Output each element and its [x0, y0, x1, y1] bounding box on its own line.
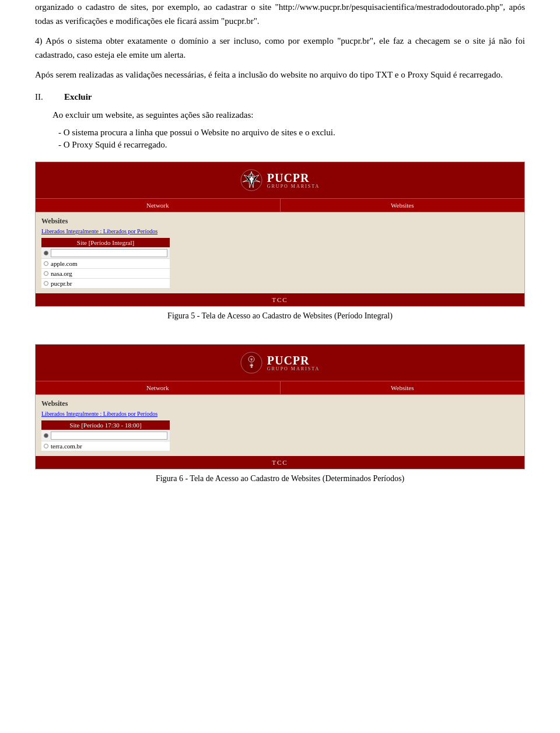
paragraph-2: 4) Após o sistema obter exatamente o dom…: [35, 34, 525, 62]
pucpr-logo-icon: ✟ ⚜: [240, 169, 262, 191]
svg-text:⚜: ⚜: [250, 357, 253, 362]
app-logo: ✟ ⚜ PUCPR GRUPO MARISTA: [240, 169, 320, 191]
paragraph-3: Após serem realizadas as validações nece…: [35, 68, 525, 82]
new-entry-row-6: [41, 430, 170, 441]
app-links-6[interactable]: Liberados Integralmente : Liberados por …: [41, 411, 519, 417]
nav-websites-6[interactable]: Websites: [281, 381, 525, 394]
app-footer: TCC: [36, 293, 524, 306]
figure-5-caption: Figura 5 - Tela de Acesso ao Cadastro de…: [167, 311, 393, 321]
radio-dot-6[interactable]: [44, 444, 48, 448]
app-logo-title: PUCPR: [267, 171, 320, 184]
new-entry-row: [41, 248, 170, 259]
nav-websites[interactable]: Websites: [281, 199, 525, 212]
nav-network-6[interactable]: Network: [36, 381, 281, 394]
table-row: pucpr.br: [41, 279, 170, 289]
app-content: Websites Liberados Integralmente : Liber…: [36, 212, 524, 293]
table-row: nasa.org: [41, 269, 170, 279]
section-title: Excluir: [64, 92, 92, 102]
radio-dot[interactable]: [44, 261, 48, 266]
table-header-row-6: Site [Período 17:30 - 18:00]: [41, 420, 170, 430]
app-logo-6: ⚜ ✟ PUCPR GRUPO MARISTA: [240, 352, 320, 374]
app-links[interactable]: Liberados Integralmente : Liberados por …: [41, 228, 519, 234]
app-footer-6: TCC: [36, 456, 524, 469]
svg-text:✟: ✟: [249, 363, 254, 369]
app-logo-title-6: PUCPR: [267, 354, 320, 367]
figure-5-screenshot: ✟ ⚜ PUCPR GRUPO MARISTA Network Websites…: [35, 162, 525, 307]
app-header: ✟ ⚜ PUCPR GRUPO MARISTA: [36, 162, 524, 198]
table-header-row: Site [Período Integral]: [41, 238, 170, 248]
figure-6-screenshot: ⚜ ✟ PUCPR GRUPO MARISTA Network Websites…: [35, 344, 525, 469]
websites-title-6: Websites: [41, 399, 519, 408]
section-ii-heading: II. Excluir: [35, 92, 525, 102]
section-ii-body: Ao excluir um website, as seguintes açõe…: [35, 108, 525, 150]
list-item: - O sistema procura a linha que possui o…: [58, 128, 525, 138]
figure-5-container: ✟ ⚜ PUCPR GRUPO MARISTA Network Websites…: [35, 162, 525, 332]
app-nav: Network Websites: [36, 198, 524, 212]
new-site-input-6[interactable]: [51, 432, 167, 440]
table-row-6: terra.com.br: [41, 441, 170, 451]
figure-6-container: ⚜ ✟ PUCPR GRUPO MARISTA Network Websites…: [35, 344, 525, 495]
app-content-6: Websites Liberados Integralmente : Liber…: [36, 395, 524, 456]
section-number: II.: [35, 92, 52, 102]
sites-table-6: Site [Período 17:30 - 18:00] terra.com.b…: [41, 420, 170, 451]
radio-selected[interactable]: [44, 251, 48, 255]
radio-dot[interactable]: [44, 281, 48, 286]
app-logo-text-6: PUCPR GRUPO MARISTA: [267, 354, 320, 372]
app-nav-6: Network Websites: [36, 381, 524, 395]
radio-selected-6[interactable]: [44, 433, 48, 438]
radio-dot[interactable]: [44, 271, 48, 276]
section-body-text: Ao excluir um website, as seguintes açõe…: [52, 108, 525, 122]
bullet-list: - O sistema procura a linha que possui o…: [52, 128, 525, 150]
app-header-6: ⚜ ✟ PUCPR GRUPO MARISTA: [36, 345, 524, 381]
paragraph-1: organizado o cadastro de sites, por exem…: [35, 0, 525, 28]
pucpr-logo-icon-6: ⚜ ✟: [240, 352, 262, 374]
nav-network[interactable]: Network: [36, 199, 281, 212]
sites-table: Site [Período Integral] apple.com nasa.o…: [41, 238, 170, 289]
list-item: - O Proxy Squid é recarregado.: [58, 140, 525, 150]
websites-title: Websites: [41, 217, 519, 226]
app-logo-subtitle-6: GRUPO MARISTA: [267, 367, 320, 372]
svg-text:⚜: ⚜: [250, 175, 253, 180]
figure-6-caption: Figura 6 - Tela de Acesso ao Cadastro de…: [156, 474, 404, 483]
table-row: apple.com: [41, 259, 170, 269]
app-logo-subtitle: GRUPO MARISTA: [267, 184, 320, 190]
app-logo-text: PUCPR GRUPO MARISTA: [267, 171, 320, 190]
new-site-input[interactable]: [51, 249, 167, 257]
